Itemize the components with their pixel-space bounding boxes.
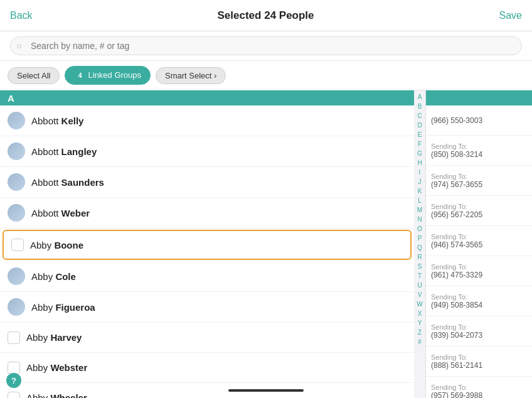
phone-label: Sending To:: [431, 353, 527, 361]
alpha-letter[interactable]: E: [418, 131, 422, 139]
person-checkbox[interactable]: [11, 239, 24, 251]
alpha-letter[interactable]: Q: [417, 244, 422, 252]
alpha-letter[interactable]: G: [417, 149, 422, 158]
phone-row: Sending To:(956) 567-2205: [426, 196, 532, 226]
alpha-letter[interactable]: F: [418, 140, 422, 149]
alpha-letter[interactable]: I: [419, 168, 421, 177]
alpha-letter[interactable]: #: [418, 338, 422, 347]
back-button[interactable]: Back: [10, 10, 33, 21]
phone-label: Sending To:: [431, 384, 527, 391]
avatar: [8, 112, 25, 129]
alpha-letter[interactable]: O: [417, 225, 422, 234]
list-item[interactable]: Abby Wheeler: [0, 383, 414, 398]
filter-row: Select All 4Linked Groups Smart Select ›: [0, 61, 532, 90]
phone-label: Sending To:: [431, 203, 527, 210]
person-checkbox[interactable]: [8, 362, 20, 374]
phone-row: Sending To:(957) 569-3988: [426, 377, 532, 398]
alpha-letter[interactable]: B: [418, 102, 422, 111]
phone-row: Sending To:(888) 561-2141: [426, 347, 532, 377]
header: Back Selected 24 People Save: [0, 0, 532, 31]
alpha-letter[interactable]: S: [418, 262, 422, 271]
alpha-letter[interactable]: U: [417, 281, 422, 290]
list-item[interactable]: Abbott Kelly: [0, 105, 414, 136]
alpha-letter[interactable]: J: [418, 178, 422, 186]
phone-label: Sending To:: [431, 143, 527, 150]
select-all-button[interactable]: Select All: [8, 67, 60, 84]
alpha-letter[interactable]: Y: [418, 319, 422, 328]
phone-label: Sending To:: [431, 173, 527, 180]
list-item[interactable]: Abby Cole: [0, 261, 414, 292]
person-name: Abbott Kelly: [31, 116, 83, 126]
alpha-letter[interactable]: N: [417, 215, 422, 224]
alpha-letter[interactable]: V: [418, 291, 422, 299]
list-item[interactable]: Abbott Langley: [0, 136, 414, 167]
person-name: Abby Harvey: [26, 332, 82, 343]
person-checkbox[interactable]: [8, 331, 20, 344]
phone-number: (966) 550-3003: [431, 116, 527, 125]
avatar: [8, 143, 25, 160]
person-name: Abby Webster: [26, 362, 87, 373]
save-button[interactable]: Save: [499, 10, 522, 21]
alpha-letter[interactable]: P: [418, 234, 422, 243]
content-area: A Abbott KellyAbbott LangleyAbbott Saund…: [0, 90, 532, 398]
phone-row: Sending To:(974) 567-3655: [426, 166, 532, 196]
alpha-letter[interactable]: M: [417, 206, 422, 215]
alpha-letter[interactable]: W: [417, 300, 422, 309]
phone-number: (850) 508-3214: [431, 150, 527, 159]
bottom-bar-indicator: [228, 389, 304, 392]
phone-row: Sending To:(949) 508-3854: [426, 286, 532, 316]
avatar: [8, 267, 25, 285]
phone-number: (888) 561-2141: [431, 361, 527, 370]
phone-label: Sending To:: [431, 263, 527, 271]
person-name: Abby Boone: [30, 240, 83, 250]
people-list[interactable]: A Abbott KellyAbbott LangleyAbbott Saund…: [0, 90, 414, 398]
alpha-letter[interactable]: X: [418, 309, 422, 318]
alpha-letter[interactable]: A: [418, 93, 422, 102]
person-name: Abby Cole: [31, 271, 76, 282]
alpha-letter[interactable]: Z: [418, 328, 422, 337]
phone-number: (939) 504-2073: [431, 331, 527, 340]
alpha-letter[interactable]: H: [417, 159, 422, 168]
phone-number: (949) 508-3854: [431, 301, 527, 309]
person-name: Abbott Langley: [31, 146, 97, 157]
phone-row: Sending To:(850) 508-3214: [426, 136, 532, 166]
alpha-letter[interactable]: K: [418, 187, 422, 196]
smart-select-button[interactable]: Smart Select ›: [156, 67, 226, 84]
person-name: Abby Wheeler: [26, 392, 87, 398]
page-title: Selected 24 People: [218, 9, 314, 22]
phone-number: (961) 475-3329: [431, 271, 527, 279]
list-item[interactable]: Abbott Saunders: [0, 167, 414, 198]
list-item[interactable]: Abby Webster: [0, 353, 414, 383]
list-item[interactable]: Abby Figueroa: [0, 292, 414, 323]
phone-label: Sending To:: [431, 233, 527, 240]
alpha-letter[interactable]: L: [418, 196, 422, 205]
linked-groups-button[interactable]: 4Linked Groups: [65, 66, 151, 85]
person-name: Abby Figueroa: [31, 302, 95, 313]
person-name: Abbott Weber: [31, 208, 90, 218]
avatar: [8, 204, 25, 222]
alpha-letter[interactable]: C: [417, 112, 422, 121]
list-item[interactable]: Abby Harvey: [0, 323, 414, 353]
person-name: Abbott Saunders: [31, 177, 104, 188]
phone-row: Sending To:(961) 475-3329: [426, 256, 532, 286]
avatar: [8, 173, 25, 191]
alpha-sidebar: ABCDEFGHIJKLMNOPQRSTUVWXYZ#: [414, 90, 425, 398]
search-bar: ○: [0, 31, 532, 61]
list-item[interactable]: Abbott Weber: [0, 198, 414, 229]
search-icon: ○: [16, 41, 21, 51]
right-panel: (966) 550-3003Sending To:(850) 508-3214S…: [425, 90, 532, 398]
right-panel-header: [426, 90, 532, 105]
person-checkbox[interactable]: [8, 392, 20, 399]
help-button[interactable]: ?: [6, 373, 21, 388]
phone-row: (966) 550-3003: [426, 105, 532, 136]
alpha-letter[interactable]: T: [418, 272, 422, 281]
list-item[interactable]: Abby Boone: [3, 230, 412, 260]
phone-row: Sending To:(946) 574-3565: [426, 226, 532, 256]
phone-number: (974) 567-3655: [431, 180, 527, 189]
section-header-a: A: [0, 90, 414, 105]
phone-number: (956) 567-2205: [431, 210, 527, 219]
alpha-letter[interactable]: R: [417, 253, 422, 262]
phone-row: Sending To:(939) 504-2073: [426, 316, 532, 347]
search-input[interactable]: [10, 36, 522, 55]
alpha-letter[interactable]: D: [417, 121, 422, 130]
